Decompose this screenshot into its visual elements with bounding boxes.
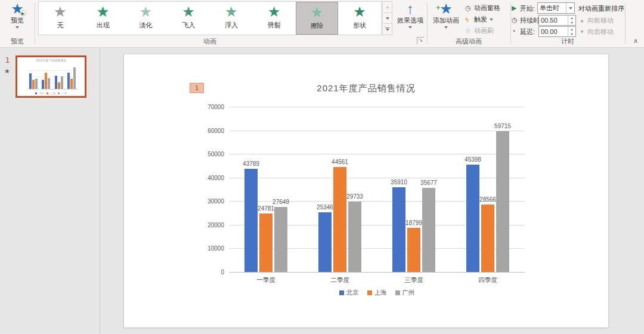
thumbnail-mini-chart: 2021年度产品销售情况 北京上海广州 bbox=[17, 57, 85, 96]
gallery-item-none[interactable]: ★ 无 bbox=[39, 2, 82, 35]
chart-bar[interactable] bbox=[407, 228, 420, 272]
duration-spinner[interactable] bbox=[568, 16, 575, 25]
trigger-button[interactable]: ϟ 触发 bbox=[465, 14, 493, 24]
duration-value: 00.50 bbox=[539, 16, 568, 25]
y-axis-tick-label: 10000 bbox=[199, 245, 224, 252]
main-area: 1 ★ 2021年度产品销售情况 北京上海广州 1 2021年度产品销售情况 0… bbox=[0, 48, 644, 334]
chart-bar[interactable] bbox=[466, 165, 479, 272]
chart-title: 2021年度产品销售情况 bbox=[124, 83, 608, 94]
legend-item[interactable]: 北京 bbox=[339, 289, 359, 297]
chart-bar[interactable] bbox=[348, 202, 361, 272]
mini-chart-bar bbox=[45, 73, 47, 89]
fade-star-icon: ★ bbox=[140, 3, 153, 21]
move-later-label: 向后移动 bbox=[587, 27, 614, 36]
bar-data-label: 27649 bbox=[263, 199, 299, 205]
duration-input[interactable]: 00.50 bbox=[538, 15, 576, 26]
gallery-item-label: 无 bbox=[57, 21, 63, 30]
preview-star-icon: ★▶ bbox=[11, 1, 24, 17]
y-axis-tick-label: 0 bbox=[199, 269, 224, 276]
gallery-more-button[interactable] bbox=[382, 24, 392, 35]
chart-gridline bbox=[229, 178, 525, 178]
fly-in-star-icon: ★ bbox=[182, 3, 195, 21]
mini-chart-bar bbox=[58, 82, 60, 89]
x-axis-category-label: 四季度 bbox=[461, 276, 515, 284]
mini-legend-swatch bbox=[35, 92, 37, 94]
chart-bar[interactable] bbox=[274, 207, 287, 272]
chart-bar[interactable] bbox=[259, 214, 273, 272]
gallery-item-fly-in[interactable]: ★ 飞入 bbox=[167, 2, 210, 35]
legend-label: 北京 bbox=[346, 289, 359, 297]
add-animation-button[interactable]: ★+ 添加动画 bbox=[429, 1, 463, 36]
chart-bar[interactable] bbox=[496, 131, 509, 272]
mini-legend-label: 北京 bbox=[39, 92, 44, 95]
gallery-item-label: 形状 bbox=[353, 21, 366, 30]
animation-pane-button[interactable]: ◷ 动画窗格 bbox=[465, 3, 500, 13]
start-dropdown-button[interactable] bbox=[566, 3, 574, 13]
preview-group-label: 预览 bbox=[0, 37, 35, 46]
mini-legend-label: 广州 bbox=[62, 92, 67, 95]
legend-item[interactable]: 上海 bbox=[367, 289, 387, 297]
gallery-item-wipe-selected[interactable]: ★ 擦除 bbox=[296, 2, 339, 35]
chevron-down-icon bbox=[408, 26, 412, 29]
legend-label: 广州 bbox=[402, 289, 415, 297]
gallery-item-split[interactable]: ★ 劈裂 bbox=[253, 2, 296, 35]
chevron-down-icon bbox=[490, 18, 493, 21]
slide[interactable]: 1 2021年度产品销售情况 0100002000030000400005000… bbox=[123, 54, 609, 328]
play-icon: ▶ bbox=[20, 10, 26, 16]
gallery-scroll-up-button[interactable] bbox=[382, 1, 392, 13]
mini-chart-bar bbox=[35, 79, 38, 89]
animation-dialog-launcher[interactable]: ↘ bbox=[417, 37, 424, 44]
chart-bar[interactable] bbox=[244, 169, 258, 272]
timing-group-label: 计时 bbox=[510, 37, 625, 46]
chart-bar[interactable] bbox=[318, 212, 332, 272]
move-later-icon: ▼ bbox=[580, 29, 584, 35]
gallery-item-appear[interactable]: ★ 出现 bbox=[82, 2, 125, 35]
gallery-scroll-down-button[interactable] bbox=[382, 13, 392, 24]
mini-legend-swatch bbox=[58, 92, 60, 94]
mini-legend-swatch bbox=[47, 92, 48, 94]
chart-bar[interactable] bbox=[392, 187, 405, 272]
gallery-item-label: 擦除 bbox=[310, 21, 323, 30]
y-axis-tick-label: 70000 bbox=[199, 104, 224, 110]
appear-star-icon: ★ bbox=[97, 3, 110, 21]
collapse-ribbon-button[interactable]: ∧ bbox=[633, 37, 638, 45]
chevron-down-icon bbox=[444, 26, 448, 29]
delay-label: 延迟: bbox=[520, 27, 535, 36]
delay-input[interactable]: 00.00 bbox=[538, 26, 576, 37]
slide-thumbnail[interactable]: 2021年度产品销售情况 北京上海广州 bbox=[16, 55, 86, 98]
mini-chart-bar bbox=[70, 79, 73, 89]
group-separator bbox=[625, 3, 626, 44]
effect-options-button[interactable]: ↑ 效果选项 bbox=[395, 1, 426, 36]
move-earlier-label: 向前移动 bbox=[587, 16, 614, 25]
gallery-item-shape[interactable]: ★ 形状 bbox=[338, 2, 381, 35]
mini-chart-bar bbox=[48, 78, 50, 89]
gallery-item-fade[interactable]: ★ 淡化 bbox=[125, 2, 168, 35]
legend-swatch bbox=[395, 290, 400, 295]
preview-button[interactable]: ★▶ 预览 bbox=[1, 1, 33, 36]
animation-indicator-star-icon: ★ bbox=[4, 67, 10, 75]
split-star-icon: ★ bbox=[268, 3, 281, 21]
start-play-icon: ▶ bbox=[512, 4, 519, 12]
move-earlier-icon: ▲ bbox=[580, 18, 584, 23]
slide-canvas-area: 1 2021年度产品销售情况 0100002000030000400005000… bbox=[100, 48, 644, 334]
chart-gridline bbox=[229, 107, 525, 107]
gallery-item-float-in[interactable]: ★ 浮入 bbox=[210, 2, 253, 35]
animation-painter-button: ☆ 动画刷 bbox=[465, 26, 494, 36]
start-dropdown[interactable]: 单击时 bbox=[537, 2, 575, 14]
gallery-scrollbar bbox=[382, 1, 392, 35]
y-axis-tick-label: 50000 bbox=[199, 151, 224, 157]
chart-bar[interactable] bbox=[333, 167, 346, 272]
chart-bar[interactable] bbox=[422, 188, 435, 272]
x-axis-category-label: 三季度 bbox=[387, 276, 441, 284]
none-star-icon: ★ bbox=[54, 3, 67, 21]
mini-chart-bar bbox=[55, 76, 57, 89]
delay-spinner[interactable] bbox=[568, 27, 575, 36]
duration-clock-icon: ◷ bbox=[512, 16, 519, 24]
slide-number: 1 bbox=[5, 55, 10, 64]
add-animation-label: 添加动画 bbox=[433, 17, 459, 24]
chart-bar[interactable] bbox=[481, 205, 494, 272]
chart-legend: 北京上海广州 bbox=[229, 289, 525, 297]
mini-chart-bar bbox=[67, 73, 70, 89]
chevron-down-icon bbox=[16, 26, 19, 29]
legend-item[interactable]: 广州 bbox=[395, 289, 415, 297]
